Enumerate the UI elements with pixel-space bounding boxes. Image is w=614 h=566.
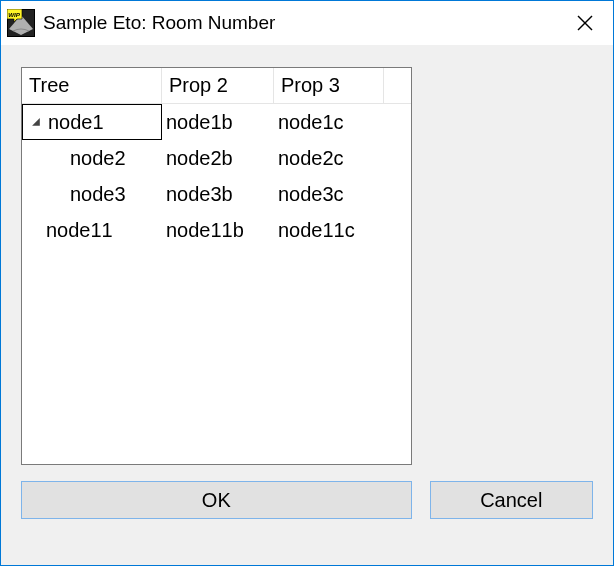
prop2-cell: node2b <box>162 140 274 176</box>
tree-cell[interactable]: node11 <box>22 212 162 248</box>
svg-text:WIP: WIP <box>8 11 21 18</box>
button-row: OK Cancel <box>21 481 593 519</box>
tree-label: node3 <box>70 183 126 206</box>
close-button[interactable] <box>557 1 613 45</box>
ok-button[interactable]: OK <box>21 481 412 519</box>
tree-cell[interactable]: node2 <box>22 140 162 176</box>
grid-row[interactable]: node11node11bnode11c <box>22 212 411 248</box>
prop3-cell: node1c <box>274 104 384 140</box>
tree-label: node1 <box>48 111 104 134</box>
app-icon: WIP <box>7 9 35 37</box>
grid-header: Tree Prop 2 Prop 3 <box>22 68 411 104</box>
prop3-cell: node3c <box>274 176 384 212</box>
svg-marker-7 <box>32 118 40 126</box>
grid-body: node1node1bnode1cnode2node2bnode2cnode3n… <box>22 104 411 464</box>
cancel-button[interactable]: Cancel <box>430 481 593 519</box>
tree-label: node11 <box>46 219 113 242</box>
collapse-icon[interactable] <box>27 117 45 128</box>
column-header-prop3[interactable]: Prop 3 <box>274 68 384 103</box>
prop3-cell: node11c <box>274 212 384 248</box>
column-header-extra <box>384 68 411 103</box>
prop2-cell: node11b <box>162 212 274 248</box>
tree-grid[interactable]: Tree Prop 2 Prop 3 node1node1bnode1cnode… <box>21 67 412 465</box>
close-icon <box>577 15 593 31</box>
grid-row[interactable]: node1node1bnode1c <box>22 104 411 140</box>
prop2-cell: node3b <box>162 176 274 212</box>
prop3-cell: node2c <box>274 140 384 176</box>
tree-label: node2 <box>70 147 126 170</box>
dialog-content: Tree Prop 2 Prop 3 node1node1bnode1cnode… <box>1 45 613 565</box>
tree-cell[interactable]: node1 <box>22 104 162 140</box>
window-title: Sample Eto: Room Number <box>43 12 557 34</box>
grid-row[interactable]: node3node3bnode3c <box>22 176 411 212</box>
grid-row[interactable]: node2node2bnode2c <box>22 140 411 176</box>
tree-cell[interactable]: node3 <box>22 176 162 212</box>
prop2-cell: node1b <box>162 104 274 140</box>
column-header-prop2[interactable]: Prop 2 <box>162 68 274 103</box>
column-header-tree[interactable]: Tree <box>22 68 162 103</box>
title-bar: WIP Sample Eto: Room Number <box>1 1 613 45</box>
